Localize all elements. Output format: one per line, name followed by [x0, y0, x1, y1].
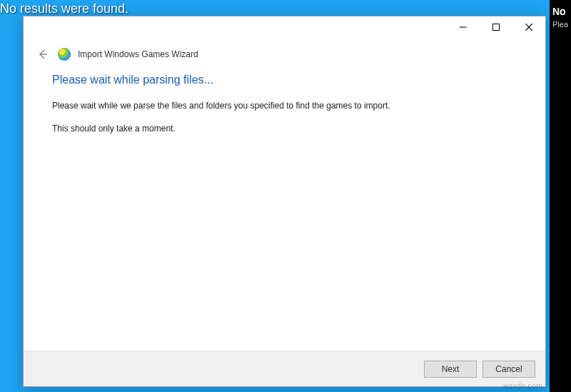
svg-rect-1 [493, 24, 500, 31]
maximize-button[interactable] [480, 16, 512, 38]
next-button[interactable]: Next [424, 361, 477, 378]
minimize-icon [460, 24, 467, 31]
watermark-text: wsxdn.com [503, 382, 542, 390]
side-panel-subtitle: Plea [552, 20, 568, 29]
side-panel: No Plea [550, 0, 571, 392]
page-headline: Please wait while parsing files... [52, 74, 517, 86]
close-button[interactable] [512, 16, 545, 38]
back-arrow-icon [37, 49, 49, 60]
wizard-content: Please wait while parsing files... Pleas… [24, 72, 545, 351]
windows-logo-icon [58, 48, 71, 61]
close-icon [525, 24, 532, 31]
description-text: Please wait while we parse the files and… [52, 99, 517, 112]
desktop-status-text: No results were found. [0, 0, 128, 16]
minimize-button[interactable] [447, 16, 480, 38]
button-bar: Next Cancel [24, 351, 545, 386]
note-text: This should only take a moment. [52, 122, 517, 135]
wizard-title: Import Windows Games Wizard [78, 49, 198, 59]
wizard-dialog: Import Windows Games Wizard Please wait … [23, 16, 546, 387]
side-panel-title: No [552, 6, 568, 17]
cancel-button[interactable]: Cancel [482, 361, 535, 378]
wizard-header: Import Windows Games Wizard [24, 45, 545, 72]
maximize-icon [492, 24, 500, 31]
back-button[interactable] [35, 46, 51, 62]
titlebar [24, 16, 545, 45]
